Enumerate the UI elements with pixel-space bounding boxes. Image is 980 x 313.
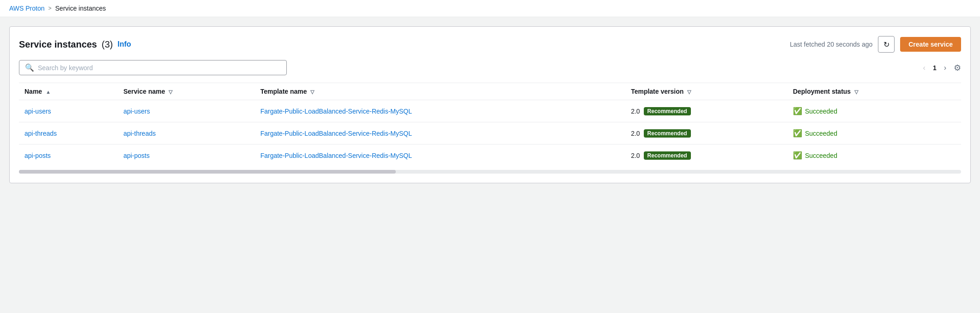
pagination-controls: ‹ 1 › ⚙	[920, 63, 961, 73]
breadcrumb-separator: >	[48, 5, 52, 12]
header-row: Service instances (3) Info Last fetched …	[19, 36, 961, 53]
horizontal-scrollbar[interactable]	[19, 170, 961, 174]
col-name: Name ▲	[19, 83, 118, 100]
succeeded-icon: ✅	[793, 107, 802, 115]
info-link[interactable]: Info	[117, 40, 131, 48]
cell-service-name: api-threads	[118, 122, 254, 144]
search-input[interactable]	[38, 64, 281, 72]
table-row: api-users api-users Fargate-Public-LoadB…	[19, 100, 961, 122]
sort-asc-icon: ▲	[46, 89, 51, 95]
table-header-row: Name ▲ Service name ▽ Template name ▽ Te…	[19, 83, 961, 100]
service-name-link[interactable]: api-posts	[123, 152, 150, 159]
instance-name-link[interactable]: api-users	[24, 108, 51, 115]
prev-page-button[interactable]: ‹	[920, 63, 928, 73]
refresh-icon: ↻	[883, 40, 889, 49]
search-row: 🔍 ‹ 1 › ⚙	[19, 60, 961, 75]
create-service-button[interactable]: Create service	[900, 37, 961, 52]
cell-template-version: 2.0 Recommended	[625, 122, 787, 144]
col-service-name: Service name ▽	[118, 83, 254, 100]
refresh-button[interactable]: ↻	[878, 36, 895, 53]
instances-table: Name ▲ Service name ▽ Template name ▽ Te…	[19, 83, 961, 166]
version-cell: 2.0 Recommended	[631, 107, 782, 115]
version-number: 2.0	[631, 152, 640, 159]
table-row: api-posts api-posts Fargate-Public-LoadB…	[19, 144, 961, 167]
col-template-name: Template name ▽	[255, 83, 625, 100]
header-right: Last fetched 20 seconds ago ↻ Create ser…	[790, 36, 961, 53]
succeeded-icon: ✅	[793, 129, 802, 138]
last-fetched-label: Last fetched 20 seconds ago	[790, 41, 872, 48]
status-label: Succeeded	[805, 152, 837, 159]
status-label: Succeeded	[805, 130, 837, 137]
cell-template-name: Fargate-Public-LoadBalanced-Service-Redi…	[255, 122, 625, 144]
page-title: Service instances	[19, 39, 97, 50]
search-icon: 🔍	[25, 63, 34, 72]
recommended-badge: Recommended	[644, 129, 691, 138]
cell-template-version: 2.0 Recommended	[625, 144, 787, 167]
main-panel: Service instances (3) Info Last fetched …	[9, 26, 971, 183]
status-cell: ✅ Succeeded	[793, 151, 956, 160]
current-page: 1	[933, 64, 937, 72]
breadcrumb: AWS Proton > Service instances	[0, 0, 980, 17]
breadcrumb-current: Service instances	[55, 5, 106, 12]
service-name-link[interactable]: api-threads	[123, 130, 156, 137]
table-settings-icon[interactable]: ⚙	[954, 63, 961, 73]
col-deployment-status: Deployment status ▽	[787, 83, 961, 100]
version-number: 2.0	[631, 130, 640, 137]
next-page-button[interactable]: ›	[941, 63, 949, 73]
cell-name: api-users	[19, 100, 118, 122]
version-cell: 2.0 Recommended	[631, 129, 782, 138]
status-label: Succeeded	[805, 108, 837, 115]
sort-desc-icon-template: ▽	[310, 89, 314, 95]
cell-template-name: Fargate-Public-LoadBalanced-Service-Redi…	[255, 100, 625, 122]
status-cell: ✅ Succeeded	[793, 107, 956, 115]
search-box: 🔍	[19, 60, 287, 75]
template-name-link[interactable]: Fargate-Public-LoadBalanced-Service-Redi…	[260, 152, 412, 159]
cell-deployment-status: ✅ Succeeded	[787, 122, 961, 144]
cell-template-name: Fargate-Public-LoadBalanced-Service-Redi…	[255, 144, 625, 167]
status-cell: ✅ Succeeded	[793, 129, 956, 138]
table-row: api-threads api-threads Fargate-Public-L…	[19, 122, 961, 144]
instance-count: (3)	[102, 39, 113, 50]
breadcrumb-parent[interactable]: AWS Proton	[9, 5, 45, 12]
instance-name-link[interactable]: api-posts	[24, 152, 51, 159]
cell-name: api-threads	[19, 122, 118, 144]
template-name-link[interactable]: Fargate-Public-LoadBalanced-Service-Redi…	[260, 130, 412, 137]
version-number: 2.0	[631, 108, 640, 115]
cell-service-name: api-posts	[118, 144, 254, 167]
template-name-link[interactable]: Fargate-Public-LoadBalanced-Service-Redi…	[260, 108, 412, 115]
cell-deployment-status: ✅ Succeeded	[787, 100, 961, 122]
col-template-version: Template version ▽	[625, 83, 787, 100]
sort-desc-icon-version: ▽	[687, 89, 691, 95]
cell-template-version: 2.0 Recommended	[625, 100, 787, 122]
scrollbar-thumb	[19, 170, 396, 174]
cell-name: api-posts	[19, 144, 118, 167]
instance-name-link[interactable]: api-threads	[24, 130, 57, 137]
cell-deployment-status: ✅ Succeeded	[787, 144, 961, 167]
cell-service-name: api-users	[118, 100, 254, 122]
service-name-link[interactable]: api-users	[123, 108, 150, 115]
sort-desc-icon-status: ▽	[854, 89, 858, 95]
succeeded-icon: ✅	[793, 151, 802, 160]
recommended-badge: Recommended	[644, 107, 691, 115]
recommended-badge: Recommended	[644, 151, 691, 160]
sort-desc-icon-service: ▽	[169, 89, 172, 95]
header-left: Service instances (3) Info	[19, 39, 131, 50]
version-cell: 2.0 Recommended	[631, 151, 782, 160]
